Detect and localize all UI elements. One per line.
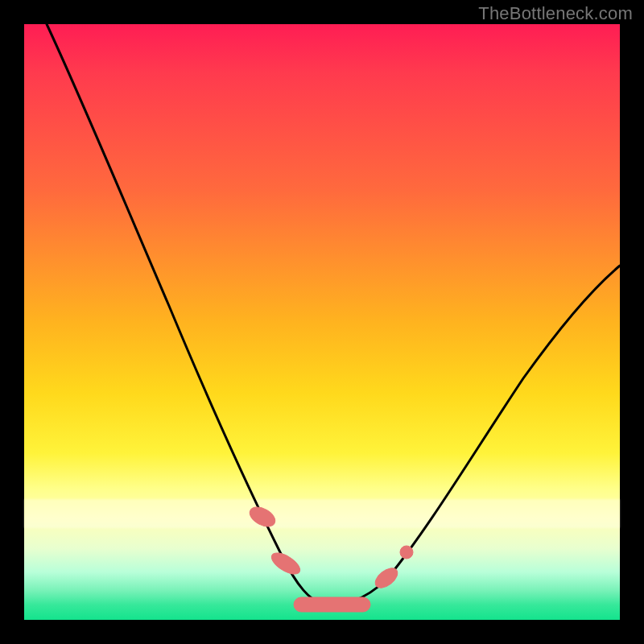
marker-left-lower — [268, 549, 303, 578]
plot-area — [24, 24, 620, 620]
chart-frame: TheBottleneck.com — [0, 0, 644, 644]
left-curve — [47, 24, 322, 604]
curve-layer — [24, 24, 620, 620]
marker-left-cap — [246, 503, 278, 530]
right-curve — [322, 266, 620, 604]
watermark-text: TheBottleneck.com — [478, 3, 633, 24]
marker-bottom-blob — [294, 597, 370, 612]
marker-right-upper — [400, 546, 413, 559]
markers-group — [246, 503, 413, 612]
